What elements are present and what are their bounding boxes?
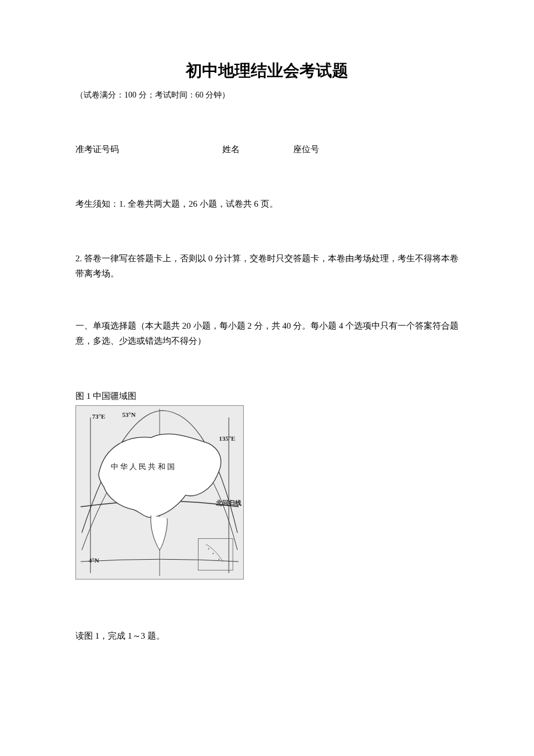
map-lon-left-label: 73°E: [92, 413, 106, 420]
candidate-info-row: 准考证号码 姓名 座位号: [75, 142, 459, 156]
svg-point-5: [208, 549, 209, 550]
map-lat-top-label: 53°N: [122, 411, 135, 418]
map-lon-right-label: 135°E: [219, 435, 235, 442]
svg-point-7: [218, 559, 219, 560]
map-country-label: 中 华 人 民 共 和 国: [111, 462, 175, 471]
china-map-figure: 73°E 53°N 135°E 中 华 人 民 共 和 国 北回归线 4°N: [75, 405, 244, 579]
svg-point-6: [212, 553, 214, 554]
china-map-svg: 73°E 53°N 135°E 中 华 人 民 共 和 国 北回归线 4°N: [76, 406, 243, 579]
map-tropic-label: 北回归线: [215, 499, 241, 506]
instructions-line-1: 考生须知：1. 全卷共两大题，26 小题，试卷共 6 页。: [75, 197, 459, 211]
exam-subtitle: （试卷满分：100 分；考试时间：60 分钟）: [75, 89, 459, 102]
exam-title: 初中地理结业会考试题: [75, 58, 459, 84]
name-label: 姓名: [222, 142, 240, 156]
section-1-heading: 一、单项选择题（本大题共 20 小题，每小题 2 分，共 40 分。每小题 4 …: [75, 319, 459, 348]
instructions-line-2: 2. 答卷一律写在答题卡上，否则以 0 分计算，交卷时只交答题卡，本卷由考场处理…: [75, 251, 459, 281]
seat-label: 座位号: [293, 142, 319, 156]
question-reference-1-3: 读图 1，完成 1～3 题。: [75, 629, 459, 643]
exam-id-label: 准考证号码: [75, 142, 119, 156]
figure-1-caption: 图 1 中国疆域图: [75, 389, 459, 403]
map-lat-bottom-label: 4°N: [89, 557, 99, 564]
